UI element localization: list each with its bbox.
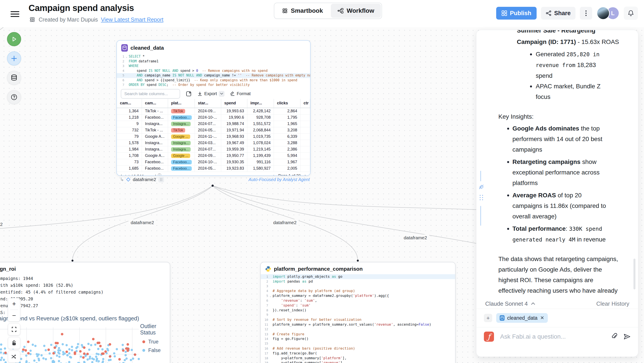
- table-cell: 2,068,844: [247, 127, 274, 133]
- table-cell: 2024-05...: [195, 165, 221, 172]
- share-button[interactable]: Share: [541, 7, 576, 20]
- clear-history-button[interactable]: Clear History: [596, 300, 629, 307]
- table-row: 79Google A...Google ...2024-11-...19,968…: [117, 134, 310, 140]
- menu-icon[interactable]: [10, 10, 19, 16]
- code-line[interactable]: 7 'spend': 'sum': [261, 303, 455, 308]
- scatter-point: [4, 351, 7, 354]
- scatter-point: [126, 357, 128, 360]
- format-button[interactable]: Format: [230, 91, 250, 96]
- expand-table-icon[interactable]: [186, 91, 192, 97]
- publish-button[interactable]: Publish: [496, 7, 536, 20]
- lock-canvas-button[interactable]: [8, 337, 20, 349]
- edge-label-dataframe2-clipped: dataframe2: [0, 221, 5, 228]
- send-button[interactable]: [624, 333, 630, 340]
- code-line[interactable]: 4 spend IS NOT NULL AND spend > 0 -- Rem…: [117, 69, 310, 73]
- code-line[interactable]: 16# Add revenue bars (positive direction…: [261, 346, 455, 351]
- remove-chip-icon[interactable]: ✕: [540, 315, 544, 321]
- column-header[interactable]: plat...: [168, 99, 195, 108]
- unpin-icon[interactable]: [478, 183, 485, 190]
- code-line[interactable]: 12: [261, 327, 455, 332]
- avatar-photo[interactable]: [596, 7, 610, 20]
- shuffle-layout-button[interactable]: [8, 351, 20, 362]
- drag-handle-icon[interactable]: [158, 177, 164, 182]
- drag-handle-icon[interactable]: [479, 194, 484, 201]
- panel-scrollbar[interactable]: [634, 259, 636, 289]
- scatter-point: [64, 352, 66, 355]
- legend-entry-false[interactable]: False: [142, 347, 170, 353]
- view-smart-report-link[interactable]: View Latest Smart Report: [101, 17, 164, 23]
- scatter-point: [83, 352, 86, 355]
- platform-badge: TikTok: [171, 128, 185, 133]
- node-platform-performance-comparison[interactable]: platform_performance_comparison 1import …: [260, 262, 456, 363]
- table-cell: 1,364: [117, 108, 142, 114]
- chat-input[interactable]: [500, 333, 606, 340]
- column-header[interactable]: impr...: [247, 99, 274, 108]
- column-header[interactable]: ctr: [300, 99, 310, 108]
- column-header[interactable]: cam...: [142, 99, 168, 108]
- table-cell: 1,219,145: [247, 146, 274, 153]
- code-line[interactable]: 6 AND spend > {{spend_limit}} -- Keep on…: [117, 78, 310, 83]
- zoom-out-button[interactable]: −: [8, 310, 20, 321]
- scatter-point: [68, 361, 70, 363]
- output-dataframe-label[interactable]: dataframe2: [133, 177, 156, 182]
- fit-view-button[interactable]: [8, 324, 20, 335]
- code-line[interactable]: 6 'revenue': 'sum',: [261, 298, 455, 303]
- column-header[interactable]: spend: [221, 99, 247, 108]
- python-code-editor[interactable]: 1import plotly.graph_objects as go2impor…: [261, 274, 455, 363]
- info-icon[interactable]: ⓘ: [158, 173, 161, 176]
- sql-code-editor[interactable]: 1⌄SELECT *2FROM dataframe13WHERE4 spend …: [117, 54, 310, 88]
- code-line[interactable]: 8}).reset_index(): [261, 308, 455, 313]
- chat-scroll-area[interactable]: Summer Sale - Retargeting Campaign (ID: …: [476, 30, 638, 299]
- table-row: 9Instagra...Instagra...2024-07...19,988.…: [117, 121, 310, 127]
- column-header[interactable]: star...: [195, 99, 221, 108]
- context-chip-cleaned-data[interactable]: cleaned_data ✕: [496, 313, 548, 323]
- tab-workflow[interactable]: Workflow: [331, 4, 381, 18]
- data-sources-button[interactable]: [7, 71, 21, 85]
- run-workflow-button[interactable]: [7, 32, 21, 46]
- code-line[interactable]: 2import pandas as pd: [261, 279, 455, 284]
- prev-page-chevron[interactable]: ‹: [272, 173, 274, 176]
- more-options-button[interactable]: [580, 7, 592, 20]
- code-line[interactable]: 5 AND campaign_name IS NOT NULL AND camp…: [117, 73, 310, 78]
- scatter-point: [50, 357, 52, 359]
- add-node-button[interactable]: [7, 52, 21, 66]
- export-button[interactable]: Export: [197, 91, 224, 97]
- attach-file-button[interactable]: [611, 333, 618, 340]
- workflow-icon: [338, 8, 344, 14]
- code-line[interactable]: 1import plotly.graph_objects as go: [261, 274, 455, 279]
- next-page-chevron[interactable]: ›: [305, 173, 306, 176]
- plus-icon: [11, 55, 17, 62]
- code-line[interactable]: 13# Create figure: [261, 332, 455, 337]
- code-line[interactable]: 18 y=platform_summary['platform'],: [261, 356, 455, 360]
- legend-entry-true[interactable]: True: [142, 339, 170, 345]
- model-selector[interactable]: Claude Sonnet 4: [485, 300, 535, 307]
- code-line[interactable]: 10# Sort by revenue for better visualiza…: [261, 317, 455, 322]
- code-line[interactable]: 4# Aggregate data by platform (ad group): [261, 288, 455, 293]
- scatter-point: [114, 355, 116, 357]
- add-context-button[interactable]: +: [484, 314, 492, 322]
- code-line[interactable]: 2FROM dataframe1: [117, 59, 310, 64]
- code-line[interactable]: 7ORDER BY spend DESC; -- Order by spend …: [117, 83, 310, 88]
- table-cell: TikTok: [168, 108, 195, 114]
- zoom-in-button[interactable]: +: [8, 298, 20, 310]
- column-header[interactable]: cam...: [117, 99, 142, 108]
- code-line[interactable]: 15: [261, 341, 455, 346]
- help-button[interactable]: [7, 90, 21, 104]
- code-line[interactable]: 9: [261, 312, 455, 317]
- code-line[interactable]: 14fig = go.Figure(): [261, 336, 455, 341]
- code-line[interactable]: 1⌄SELECT *: [117, 54, 310, 59]
- column-header[interactable]: clicks: [274, 99, 300, 108]
- code-line[interactable]: 3: [261, 284, 455, 289]
- node-campaign-roi[interactable]: campaign_roi Filtered campaigns: 1944 Ca…: [0, 262, 170, 363]
- code-line[interactable]: 5⌄platform_summary = dataframe2.groupby(…: [261, 293, 455, 298]
- search-input[interactable]: [121, 89, 180, 99]
- node-cleaned-data[interactable]: cleaned_data 1⌄SELECT *2FROM dataframe13…: [116, 40, 310, 176]
- code-line[interactable]: 19 x=platform_summary['revenue'],: [261, 360, 455, 363]
- code-line[interactable]: 11platform_summary = platform_summary.so…: [261, 322, 455, 327]
- code-line[interactable]: 3WHERE: [117, 64, 310, 69]
- dataframe-diamond-icon: [126, 177, 130, 182]
- notifications-button[interactable]: [624, 7, 638, 20]
- code-line[interactable]: 17fig.add_trace(go.Bar(: [261, 351, 455, 356]
- export-options-chevron[interactable]: [219, 91, 224, 97]
- tab-smartbook[interactable]: Smartbook: [275, 4, 330, 18]
